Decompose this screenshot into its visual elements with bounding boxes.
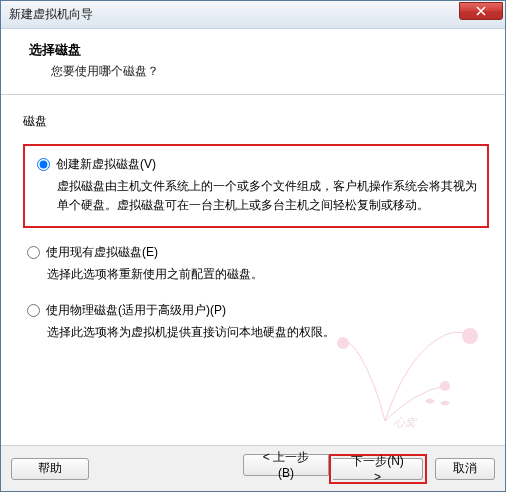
titlebar: 新建虚拟机向导	[1, 1, 505, 29]
help-button[interactable]: 帮助	[11, 458, 89, 480]
wizard-header: 选择磁盘 您要使用哪个磁盘？	[1, 29, 505, 95]
option-description: 选择此选项将重新使用之前配置的磁盘。	[47, 265, 489, 284]
page-title: 选择磁盘	[29, 41, 489, 59]
nav-button-group: < 上一步(B) 下一步(N) >	[243, 454, 427, 484]
next-highlight: 下一步(N) >	[329, 454, 427, 484]
page-subtitle: 您要使用哪个磁盘？	[29, 63, 489, 80]
window-title: 新建虚拟机向导	[9, 6, 93, 23]
cancel-button[interactable]: 取消	[435, 458, 495, 480]
option-label: 创建新虚拟磁盘(V)	[56, 156, 156, 173]
option-physical-disk[interactable]: 使用物理磁盘(适用于高级用户)(P) 选择此选项将为虚拟机提供直接访问本地硬盘的…	[23, 302, 489, 342]
svg-text:心窝: 心窝	[394, 416, 418, 428]
section-label: 磁盘	[23, 113, 489, 130]
next-button[interactable]: 下一步(N) >	[333, 458, 423, 480]
radio-create-new[interactable]	[37, 158, 50, 171]
wizard-window: 新建虚拟机向导 选择磁盘 您要使用哪个磁盘？ 磁盘 创建新虚拟磁盘(V) 虚拟磁…	[0, 0, 506, 492]
back-button[interactable]: < 上一步(B)	[243, 454, 329, 476]
option-description: 选择此选项将为虚拟机提供直接访问本地硬盘的权限。	[47, 323, 489, 342]
wizard-footer: 帮助 < 上一步(B) 下一步(N) > 取消	[1, 445, 505, 491]
wizard-body: 磁盘 创建新虚拟磁盘(V) 虚拟磁盘由主机文件系统上的一个或多个文件组成，客户机…	[1, 95, 505, 341]
close-icon	[476, 6, 486, 16]
close-button[interactable]	[459, 2, 503, 20]
option-label: 使用物理磁盘(适用于高级用户)(P)	[46, 302, 226, 319]
radio-use-existing[interactable]	[27, 246, 40, 259]
option-use-existing[interactable]: 使用现有虚拟磁盘(E) 选择此选项将重新使用之前配置的磁盘。	[23, 244, 489, 284]
highlighted-option: 创建新虚拟磁盘(V) 虚拟磁盘由主机文件系统上的一个或多个文件组成，客户机操作系…	[23, 144, 489, 228]
option-create-new[interactable]: 创建新虚拟磁盘(V) 虚拟磁盘由主机文件系统上的一个或多个文件组成，客户机操作系…	[33, 156, 479, 214]
radio-physical-disk[interactable]	[27, 304, 40, 317]
option-label: 使用现有虚拟磁盘(E)	[46, 244, 158, 261]
option-description: 虚拟磁盘由主机文件系统上的一个或多个文件组成，客户机操作系统会将其视为单个硬盘。…	[57, 177, 479, 214]
svg-point-2	[440, 381, 450, 391]
